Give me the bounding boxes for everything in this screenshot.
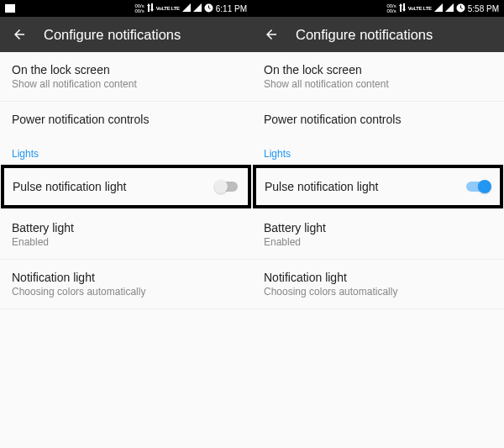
setting-title: Battery light	[264, 221, 492, 235]
signal-icon	[434, 3, 443, 13]
setting-title: Power notification controls	[12, 113, 240, 126]
setting-pulse-notification-light[interactable]: Pulse notification light	[1, 165, 251, 208]
setting-subtitle: Choosing colors automatically	[264, 286, 492, 298]
setting-title: Notification light	[12, 271, 240, 284]
back-arrow-icon[interactable]	[12, 27, 27, 42]
panel-right: 00/s 00/s VoLTE LTE 5:58 PM Configure no…	[252, 0, 504, 448]
section-label-lights: Lights	[252, 137, 504, 163]
picture-icon	[5, 4, 15, 13]
toggle-switch[interactable]	[466, 181, 491, 192]
data-rate: 00/s 00/s	[386, 3, 396, 13]
setting-title: Power notification controls	[264, 113, 492, 126]
setting-lockscreen[interactable]: On the lock screen Show all notification…	[0, 52, 252, 102]
clock-time: 5:58 PM	[468, 4, 499, 13]
updown-icon	[399, 3, 406, 13]
signal-icon	[445, 3, 454, 13]
setting-subtitle: Enabled	[12, 236, 240, 248]
back-arrow-icon[interactable]	[264, 27, 279, 42]
setting-subtitle: Show all notification content	[12, 78, 240, 90]
setting-title: Notification light	[264, 271, 492, 284]
setting-power-controls[interactable]: Power notification controls	[252, 102, 504, 137]
updown-icon	[147, 3, 154, 13]
clock-time: 6:11 PM	[216, 4, 247, 13]
status-bar: 00/s 00/s VoLTE LTE 5:58 PM	[252, 0, 504, 17]
setting-pulse-notification-light[interactable]: Pulse notification light	[253, 165, 503, 208]
signal-icon	[182, 3, 191, 13]
volte-icon: VoLTE LTE	[408, 6, 432, 11]
setting-subtitle: Choosing colors automatically	[12, 286, 240, 298]
setting-notification-light[interactable]: Notification light Choosing colors autom…	[252, 260, 504, 309]
volte-icon: VoLTE LTE	[156, 6, 180, 11]
setting-title: On the lock screen	[264, 63, 492, 76]
setting-battery-light[interactable]: Battery light Enabled	[0, 210, 252, 260]
clock-icon	[204, 3, 213, 14]
setting-title: On the lock screen	[12, 63, 240, 76]
setting-power-controls[interactable]: Power notification controls	[0, 102, 252, 137]
panel-left: 00/s 00/s VoLTE LTE 6:11 PM Configure no…	[0, 0, 252, 448]
setting-subtitle: Show all notification content	[264, 78, 492, 90]
data-rate: 00/s 00/s	[134, 3, 144, 13]
clock-icon	[456, 3, 465, 14]
setting-notification-light[interactable]: Notification light Choosing colors autom…	[0, 260, 252, 309]
page-title: Configure notifications	[296, 27, 433, 43]
setting-title: Pulse notification light	[13, 180, 126, 193]
signal-icon	[193, 3, 202, 13]
page-title: Configure notifications	[44, 27, 181, 43]
status-bar: 00/s 00/s VoLTE LTE 6:11 PM	[0, 0, 252, 17]
settings-list: On the lock screen Show all notification…	[0, 52, 252, 448]
toggle-switch[interactable]	[214, 181, 239, 192]
setting-title: Pulse notification light	[265, 180, 378, 193]
setting-battery-light[interactable]: Battery light Enabled	[252, 210, 504, 260]
setting-lockscreen[interactable]: On the lock screen Show all notification…	[252, 52, 504, 102]
settings-list: On the lock screen Show all notification…	[252, 52, 504, 448]
setting-subtitle: Enabled	[264, 236, 492, 248]
setting-title: Battery light	[12, 221, 240, 235]
app-header: Configure notifications	[0, 17, 252, 52]
app-header: Configure notifications	[252, 17, 504, 52]
section-label-lights: Lights	[0, 137, 252, 163]
